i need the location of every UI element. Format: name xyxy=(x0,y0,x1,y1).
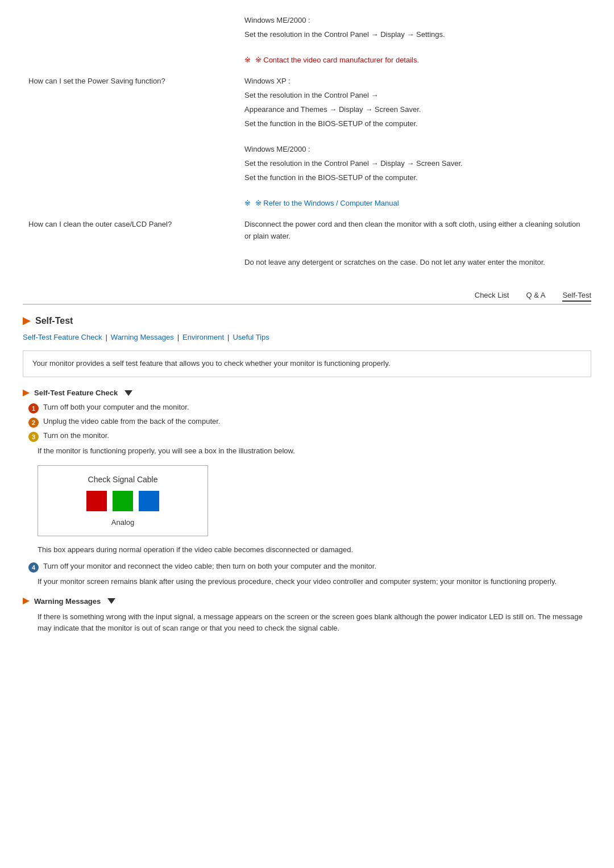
step-3: 3 Turn on the monitor. xyxy=(28,431,591,442)
sub-nav-sep-3: | xyxy=(227,333,229,341)
step-4-note: If your monitor screen remains blank aft… xyxy=(38,576,591,588)
sub-nav-sep-2: | xyxy=(177,333,179,341)
feature-check-title: Self-Test Feature Check xyxy=(34,389,118,397)
step-1: 1 Turn off both your computer and the mo… xyxy=(28,403,591,414)
faq-question-2: How can I set the Power Saving function? xyxy=(23,72,239,215)
triangle-icon xyxy=(125,390,132,396)
sub-nav-useful-tips[interactable]: Useful Tips xyxy=(233,333,269,341)
step-3-note: If the monitor is functioning properly, … xyxy=(38,445,591,457)
table-row: Windows ME/2000 : Set the resolution in … xyxy=(23,11,591,72)
feature-check-header: Self-Test Feature Check xyxy=(23,389,591,397)
faq-answer-2: Windows XP : Set the resolution in the C… xyxy=(239,72,591,215)
illustration-box: Check Signal Cable Analog xyxy=(38,465,208,536)
illustration-subtitle: Analog xyxy=(47,518,198,527)
tab-self-test[interactable]: Self-Test xyxy=(562,291,591,302)
sub-nav-sep-1: | xyxy=(105,333,107,341)
sub-nav: Self-Test Feature Check | Warning Messag… xyxy=(23,333,591,341)
warning-messages-text: If there is something wrong with the inp… xyxy=(38,611,591,635)
color-block-green xyxy=(113,491,133,511)
note-text: ※ Contact the video card manufacturer fo… xyxy=(255,56,419,64)
faq-answer: Windows ME/2000 : Set the resolution in … xyxy=(239,11,591,72)
numbered-list: 1 Turn off both your computer and the mo… xyxy=(28,403,591,442)
warning-triangle-icon xyxy=(107,598,115,604)
step-2: 2 Unplug the video cable from the back o… xyxy=(28,417,591,428)
step-4-container: 4 Turn off your monitor and reconnect th… xyxy=(28,562,591,573)
info-box: Your monitor provides a self test featur… xyxy=(23,350,591,377)
tab-qanda[interactable]: Q & A xyxy=(526,291,545,302)
self-test-header: Self-Test xyxy=(23,316,591,326)
step-number-3: 3 xyxy=(28,432,39,442)
warning-subsection-icon xyxy=(23,598,30,604)
sub-nav-feature-check[interactable]: Self-Test Feature Check xyxy=(23,333,102,341)
section-title: Self-Test xyxy=(35,316,73,326)
subsection-icon xyxy=(23,390,30,397)
faq-question-3: How can I clean the outer case/LCD Panel… xyxy=(23,215,239,274)
answer-2-1: Windows XP : xyxy=(244,76,586,87)
note-text-2: ※ Refer to the Windows / Computer Manual xyxy=(255,199,399,207)
info-box-text: Your monitor provides a self test featur… xyxy=(32,359,390,368)
answer-2-3: Appearance and Themes → Display → Screen… xyxy=(244,104,586,116)
color-block-red xyxy=(86,491,107,511)
table-row: How can I set the Power Saving function?… xyxy=(23,72,591,215)
table-row: How can I clean the outer case/LCD Panel… xyxy=(23,215,591,274)
faq-question xyxy=(23,11,239,72)
warning-messages-header: Warning Messages xyxy=(23,597,591,606)
section-header-icon xyxy=(23,317,31,325)
step-number-4: 4 xyxy=(28,562,39,573)
answer-2-note: ※ ※ Refer to the Windows / Computer Manu… xyxy=(244,198,586,210)
answer-note: ※ ※ Contact the video card manufacturer … xyxy=(244,55,586,66)
illustration-title: Check Signal Cable xyxy=(47,475,198,484)
step-number-1: 1 xyxy=(28,403,39,414)
sub-nav-environment[interactable]: Environment xyxy=(182,333,224,341)
answer-3-1: Disconnect the power cord and then clean… xyxy=(244,219,586,243)
answer-2-2: Set the resolution in the Control Panel … xyxy=(244,90,586,102)
faq-table: Windows ME/2000 : Set the resolution in … xyxy=(23,11,591,274)
step-4: 4 Turn off your monitor and reconnect th… xyxy=(28,562,591,573)
color-block-blue xyxy=(139,491,159,511)
answer-2-7: Set the function in the BIOS-SETUP of th… xyxy=(244,172,586,184)
sub-nav-warning[interactable]: Warning Messages xyxy=(111,333,174,341)
answer-2-6: Set the resolution in the Control Panel … xyxy=(244,158,586,170)
asterisk-icon: ※ xyxy=(244,56,251,64)
nav-tabs: Check List Q & A Self-Test xyxy=(23,291,591,304)
step-4-text: Turn off your monitor and reconnect the … xyxy=(43,562,376,570)
tab-check-list[interactable]: Check List xyxy=(475,291,509,302)
box-note: This box appears during normal operation… xyxy=(38,544,591,556)
answer-2-5: Windows ME/2000 : xyxy=(244,144,586,156)
step-1-text: Turn off both your computer and the moni… xyxy=(43,403,189,411)
step-number-2: 2 xyxy=(28,418,39,428)
step-3-text: Turn on the monitor. xyxy=(43,431,109,440)
step-2-text: Unplug the video cable from the back of … xyxy=(43,417,220,425)
faq-answer-3: Disconnect the power cord and then clean… xyxy=(239,215,591,274)
asterisk-icon-2: ※ xyxy=(244,199,251,207)
answer-3-2: Do not leave any detergent or scratches … xyxy=(244,257,586,269)
faq-section: Windows ME/2000 : Set the resolution in … xyxy=(23,11,591,274)
answer-line-2: Set the resolution in the Control Panel … xyxy=(244,29,586,41)
warning-messages-title: Warning Messages xyxy=(34,597,101,606)
answer-2-4: Set the function in the BIOS-SETUP of th… xyxy=(244,118,586,130)
answer-line-1: Windows ME/2000 : xyxy=(244,15,586,27)
color-blocks xyxy=(47,491,198,511)
